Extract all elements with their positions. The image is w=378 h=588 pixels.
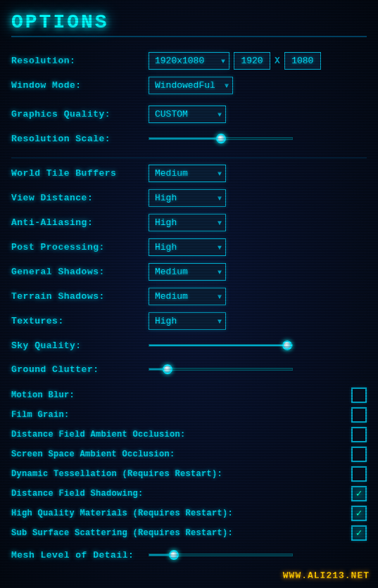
resolution-dropdown-wrap: 1920x1080 2560x1440 1280x720 1600x900 ▼ — [149, 52, 229, 70]
general-shadows-dropdown-wrap: Low Medium High Epic ▼ — [149, 263, 226, 281]
general-shadows-dropdown[interactable]: Low Medium High Epic — [149, 263, 226, 281]
dfs-label: Distance Field Shadowing: — [11, 489, 351, 499]
resolution-row: Resolution: 1920x1080 2560x1440 1280x720… — [11, 49, 367, 73]
post-processing-row: Post Processing: Low Medium High Epic ▼ — [11, 235, 367, 260]
motion-blur-row: Motion Blur: — [11, 385, 367, 405]
graphics-quality-dropdown-wrap: CUSTOM Low Medium High Epic Cinematic ▼ — [149, 106, 226, 123]
resolution-width-input[interactable] — [234, 52, 270, 70]
window-mode-dropdown-wrap: WindowedFul Fullscreen Windowed ▼ — [149, 77, 233, 94]
resolution-dropdown[interactable]: 1920x1080 2560x1440 1280x720 1600x900 — [149, 52, 229, 70]
world-tile-buffers-dropdown[interactable]: Low Medium High Epic — [149, 165, 226, 182]
resolution-height-input[interactable] — [284, 52, 321, 70]
sss-checkmark: ✓ — [356, 528, 362, 538]
post-processing-label: Post Processing: — [11, 242, 149, 253]
dfao-label: Distance Field Ambient Occlusion: — [11, 430, 351, 440]
terrain-shadows-dropdown-wrap: Low Medium High Epic ▼ — [149, 288, 226, 305]
world-tile-buffers-dropdown-wrap: Low Medium High Epic ▼ — [149, 165, 226, 182]
ground-clutter-slider[interactable] — [149, 368, 293, 371]
post-processing-dropdown-wrap: Low Medium High Epic ▼ — [149, 238, 226, 256]
ground-clutter-slider-wrap — [149, 368, 293, 371]
anti-aliasing-label: Anti-Aliasing: — [11, 217, 149, 228]
resolution-scale-slider-wrap — [149, 137, 293, 140]
sky-quality-label: Sky Quality: — [11, 340, 149, 351]
ssao-row: Screen Space Ambient Occlusion: — [11, 445, 367, 464]
dfs-checkmark: ✓ — [356, 489, 362, 499]
world-tile-buffers-row: World Tile Buffers Low Medium High Epic … — [11, 161, 367, 186]
mesh-lod-row: Mesh Level of Detail: — [11, 543, 367, 567]
graphics-quality-label: Graphics Quality: — [11, 109, 149, 120]
window-mode-label: Window Mode: — [11, 80, 149, 91]
textures-dropdown-wrap: Low Medium High Epic ▼ — [149, 312, 226, 330]
watermark: WWW.ALI213.NET — [283, 570, 370, 581]
general-shadows-label: General Shadows: — [11, 267, 149, 277]
graphics-quality-row: Graphics Quality: CUSTOM Low Medium High… — [11, 102, 367, 127]
checkbox-container: Motion Blur: Film Grain: Distance Field … — [11, 385, 367, 543]
sss-row: Sub Surface Scattering (Requires Restart… — [11, 523, 367, 543]
terrain-shadows-label: Terrain Shadows: — [11, 291, 149, 302]
dynamic-tess-label: Dynamic Tessellation (Requires Restart): — [11, 469, 351, 479]
terrain-shadows-row: Terrain Shadows: Low Medium High Epic ▼ — [11, 284, 367, 309]
hqm-checkbox[interactable]: ✓ — [351, 506, 367, 521]
film-grain-row: Film Grain: — [11, 405, 367, 425]
world-tile-buffers-label: World Tile Buffers — [11, 168, 149, 179]
resolution-scale-row: Resolution Scale: — [11, 127, 367, 151]
terrain-shadows-dropdown[interactable]: Low Medium High Epic — [149, 288, 226, 305]
ssao-checkbox[interactable] — [351, 447, 367, 462]
resolution-inputs: 1920x1080 2560x1440 1280x720 1600x900 ▼ … — [149, 52, 321, 70]
mesh-lod-slider-wrap — [149, 554, 293, 556]
dfs-row: Distance Field Shadowing: ✓ — [11, 484, 367, 504]
anti-aliasing-row: Anti-Aliasing: Low Medium High Epic ▼ — [11, 210, 367, 235]
film-grain-checkbox[interactable] — [351, 407, 367, 423]
textures-dropdown[interactable]: Low Medium High Epic — [149, 312, 226, 330]
view-distance-label: View Distance: — [11, 193, 149, 203]
motion-blur-label: Motion Blur: — [11, 390, 351, 400]
dynamic-tess-row: Dynamic Tessellation (Requires Restart): — [11, 464, 367, 484]
view-distance-dropdown-wrap: Low Medium High Epic ▼ — [149, 189, 226, 207]
page-title: OPTIONS — [11, 6, 367, 37]
post-processing-dropdown[interactable]: Low Medium High Epic — [149, 238, 226, 256]
hqm-checkmark: ✓ — [356, 509, 362, 518]
textures-label: Textures: — [11, 316, 149, 326]
graphics-quality-dropdown[interactable]: CUSTOM Low Medium High Epic Cinematic — [149, 106, 226, 123]
film-grain-label: Film Grain: — [11, 410, 351, 420]
mesh-lod-slider[interactable] — [149, 554, 293, 556]
mesh-lod-label: Mesh Level of Detail: — [11, 550, 149, 561]
ground-clutter-row: Ground Clutter: — [11, 357, 367, 381]
sky-quality-row: Sky Quality: — [11, 333, 367, 357]
sss-checkbox[interactable]: ✓ — [351, 525, 367, 541]
view-distance-row: View Distance: Low Medium High Epic ▼ — [11, 186, 367, 210]
sss-label: Sub Surface Scattering (Requires Restart… — [11, 528, 351, 538]
window-mode-dropdown[interactable]: WindowedFul Fullscreen Windowed — [149, 77, 233, 94]
anti-aliasing-dropdown-wrap: Low Medium High Epic ▼ — [149, 214, 226, 231]
resolution-scale-slider[interactable] — [149, 137, 293, 140]
ground-clutter-label: Ground Clutter: — [11, 364, 149, 375]
hqm-row: High Quality Materials (Requires Restart… — [11, 504, 367, 523]
resolution-x-separator: X — [275, 56, 280, 66]
general-shadows-row: General Shadows: Low Medium High Epic ▼ — [11, 260, 367, 284]
window-mode-row: Window Mode: WindowedFul Fullscreen Wind… — [11, 73, 367, 98]
resolution-scale-label: Resolution Scale: — [11, 134, 149, 144]
sky-quality-slider[interactable] — [149, 344, 293, 347]
dfao-checkbox[interactable] — [351, 427, 367, 442]
dynamic-tess-checkbox[interactable] — [351, 466, 367, 482]
motion-blur-checkbox[interactable] — [351, 388, 367, 403]
hqm-label: High Quality Materials (Requires Restart… — [11, 509, 351, 518]
view-distance-dropdown[interactable]: Low Medium High Epic — [149, 189, 226, 207]
dfs-checkbox[interactable]: ✓ — [351, 486, 367, 501]
resolution-label: Resolution: — [11, 56, 149, 66]
sky-quality-slider-wrap — [149, 344, 293, 347]
dfao-row: Distance Field Ambient Occlusion: — [11, 425, 367, 445]
ssao-label: Screen Space Ambient Occlusion: — [11, 449, 351, 459]
textures-row: Textures: Low Medium High Epic ▼ — [11, 309, 367, 333]
anti-aliasing-dropdown[interactable]: Low Medium High Epic — [149, 214, 226, 231]
